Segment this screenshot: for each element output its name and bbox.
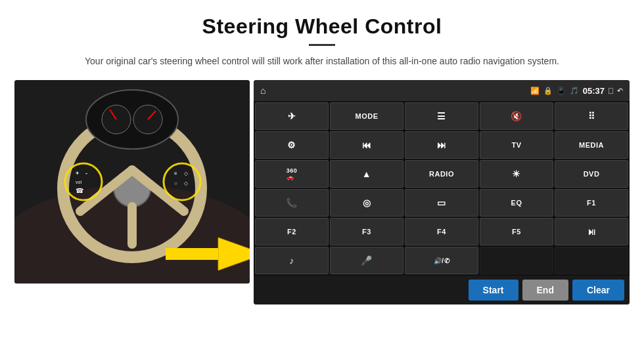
btn-tv[interactable]: TV xyxy=(480,131,553,159)
svg-text:vol: vol xyxy=(76,180,81,184)
btn-radio[interactable]: RADIO xyxy=(405,160,478,188)
wifi-icon: 📶 xyxy=(530,87,540,95)
car-image: + vol - ☎ ≡ ◇ ○ ◇ xyxy=(14,80,250,284)
clear-button[interactable]: Clear xyxy=(572,280,624,301)
svg-text:≡: ≡ xyxy=(174,171,177,177)
back-icon: ↶ xyxy=(617,87,623,95)
btn-music[interactable]: ♪ xyxy=(255,247,329,274)
svg-point-17 xyxy=(86,90,178,149)
btn-mode[interactable]: MODE xyxy=(330,102,403,130)
btn-f3[interactable]: F3 xyxy=(330,218,403,245)
subtitle-text: Your original car's steering wheel contr… xyxy=(0,54,644,68)
svg-text:◇: ◇ xyxy=(184,180,189,186)
btn-dvd[interactable]: DVD xyxy=(555,160,628,188)
svg-text:◇: ◇ xyxy=(184,171,189,177)
bt-icon: 🎵 xyxy=(570,87,579,95)
btn-nav2[interactable]: ◎ xyxy=(330,189,403,217)
btn-vol-call[interactable]: 🔊/✆ xyxy=(405,247,478,274)
btn-next[interactable]: ⏭ xyxy=(405,131,478,159)
end-button[interactable]: End xyxy=(522,280,568,301)
svg-text:-: - xyxy=(85,170,87,177)
btn-f4[interactable]: F4 xyxy=(405,218,478,245)
svg-text:+: + xyxy=(76,170,79,177)
btn-phone[interactable]: 📞 xyxy=(255,189,329,217)
svg-text:☎: ☎ xyxy=(76,187,83,194)
btn-settings[interactable]: ⚙ xyxy=(255,131,329,159)
btn-empty1 xyxy=(480,247,553,274)
btn-navigate[interactable]: ✈ xyxy=(255,102,329,130)
title-divider xyxy=(309,44,335,46)
start-button[interactable]: Start xyxy=(469,280,518,301)
btn-eq[interactable]: EQ xyxy=(480,189,553,217)
bottom-bar: Start End Clear xyxy=(254,276,630,304)
btn-empty2 xyxy=(555,247,628,274)
home-icon: ⌂ xyxy=(260,85,265,96)
btn-media[interactable]: MEDIA xyxy=(555,131,628,159)
btn-f5[interactable]: F5 xyxy=(480,218,553,245)
svg-rect-23 xyxy=(166,248,218,260)
btn-apps[interactable]: ⠿ xyxy=(555,102,628,130)
btn-screen[interactable]: ▭ xyxy=(405,189,478,217)
btn-eject[interactable]: ▲ xyxy=(330,160,403,188)
svg-text:○: ○ xyxy=(174,180,177,186)
btn-mute[interactable]: 🔇 xyxy=(480,102,553,130)
btn-prev[interactable]: ⏮ xyxy=(330,131,403,159)
screen-panel: ⌂ 📶 🔒 📱 🎵 05:37 ⎕ ↶ ✈ MODE ☰ 🔇 ⠿ ⚙ ⏮ ⏭ xyxy=(254,80,630,304)
button-grid: ✈ MODE ☰ 🔇 ⠿ ⚙ ⏮ ⏭ TV MEDIA 360🚗 ▲ RADIO… xyxy=(254,101,630,276)
btn-mic[interactable]: 🎤 xyxy=(330,247,403,274)
page-title: Steering Wheel Control xyxy=(0,0,644,39)
status-bar-left: ⌂ xyxy=(260,85,265,96)
btn-360[interactable]: 360🚗 xyxy=(255,160,329,188)
sim-icon: 📱 xyxy=(557,87,566,95)
btn-playpause[interactable]: ⏯ xyxy=(555,218,628,245)
btn-list[interactable]: ☰ xyxy=(405,102,478,130)
time-display: 05:37 xyxy=(583,86,605,96)
cast-icon: ⎕ xyxy=(609,87,613,94)
lock-icon: 🔒 xyxy=(543,87,553,95)
btn-f2[interactable]: F2 xyxy=(255,218,329,245)
content-area: + vol - ☎ ≡ ◇ ○ ◇ ⌂ xyxy=(0,80,644,304)
btn-brightness[interactable]: ☀ xyxy=(480,160,553,188)
status-bar: ⌂ 📶 🔒 📱 🎵 05:37 ⎕ ↶ xyxy=(254,80,630,101)
status-bar-right: 📶 🔒 📱 🎵 05:37 ⎕ ↶ xyxy=(530,86,623,96)
btn-f1[interactable]: F1 xyxy=(555,189,628,217)
